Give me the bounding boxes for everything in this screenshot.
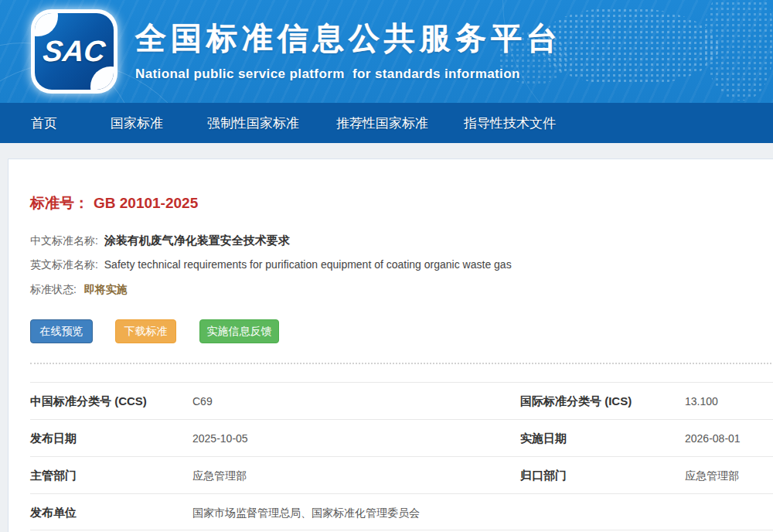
implementation-feedback-button[interactable]: 实施信息反馈	[199, 319, 279, 343]
detail-value-publish-date: 2025-10-05	[192, 420, 248, 457]
site-header: SAC 全国标准信息公共服务平台 National public service…	[0, 0, 773, 103]
standard-number-line: 标准号：GB 20101-2025	[30, 193, 198, 213]
detail-label-publish-date: 发布日期	[30, 420, 77, 457]
detail-value-competent-dept: 应急管理部	[192, 457, 247, 494]
nav-item-recommended-standards[interactable]: 推荐性国家标准	[336, 114, 428, 132]
chinese-name-value: 涂装有机废气净化装置安全技术要求	[104, 234, 290, 247]
action-buttons: 在线预览 下载标准 实施信息反馈	[30, 319, 279, 343]
status-badge: 即将实施	[84, 283, 128, 295]
detail-label-publishing-unit: 发布单位	[30, 494, 77, 531]
nav-item-mandatory-standards[interactable]: 强制性国家标准	[207, 114, 299, 132]
detail-label-competent-dept: 主管部门	[30, 457, 77, 494]
site-title-english: National public service platform for sta…	[135, 66, 562, 82]
detail-value-publishing-unit: 国家市场监督管理总局、国家标准化管理委员会	[192, 494, 420, 531]
detail-value-implement-date: 2026-08-01	[685, 420, 741, 457]
english-name-row: 英文标准名称: Safety technical requirements fo…	[30, 258, 512, 272]
detail-label-ccs: 中国标准分类号 (CCS)	[30, 383, 147, 420]
detail-label-implement-date: 实施日期	[520, 420, 567, 457]
status-label: 标准状态:	[30, 283, 77, 295]
nav-item-national-standards[interactable]: 国家标准	[111, 114, 163, 132]
chinese-name-label: 中文标准名称:	[30, 234, 98, 247]
detail-label-centralized-dept: 归口部门	[520, 457, 567, 494]
chinese-name-row: 中文标准名称: 涂装有机废气净化装置安全技术要求	[30, 234, 290, 248]
dotted-divider	[30, 363, 771, 364]
table-row: 发布日期 2025-10-05 实施日期 2026-08-01	[30, 419, 773, 456]
site-title-block: 全国标准信息公共服务平台 National public service pla…	[135, 17, 562, 82]
standard-number-label: 标准号：	[30, 195, 89, 211]
logo-notch-decoration	[35, 13, 58, 36]
standard-detail-panel: 标准号：GB 20101-2025 中文标准名称: 涂装有机废气净化装置安全技术…	[8, 159, 773, 532]
detail-value-ics: 13.100	[685, 383, 718, 420]
table-row: 主管部门 应急管理部 归口部门 应急管理部	[30, 456, 773, 493]
download-standard-button[interactable]: 下载标准	[115, 319, 176, 343]
sac-logo[interactable]: SAC	[31, 9, 117, 94]
table-row: 发布单位 国家市场监督管理总局、国家标准化管理委员会	[30, 493, 773, 530]
nav-item-home[interactable]: 首页	[31, 114, 57, 132]
logo-notch-decoration	[90, 66, 114, 90]
detail-label-ics: 国际标准分类号 (ICS)	[520, 383, 632, 420]
english-name-label: 英文标准名称:	[30, 258, 98, 271]
online-preview-button[interactable]: 在线预览	[30, 319, 93, 343]
sac-logo-background: SAC	[35, 13, 114, 90]
standard-details-table: 中国标准分类号 (CCS) C69 国际标准分类号 (ICS) 13.100 发…	[30, 382, 773, 530]
main-nav: 首页 国家标准 强制性国家标准 推荐性国家标准 指导性技术文件	[0, 103, 773, 143]
table-row: 中国标准分类号 (CCS) C69 国际标准分类号 (ICS) 13.100	[30, 382, 773, 419]
detail-value-ccs: C69	[192, 383, 213, 420]
status-row: 标准状态: 即将实施	[30, 283, 128, 297]
detail-value-centralized-dept: 应急管理部	[685, 457, 739, 494]
english-name-value: Safety technical requirements for purifi…	[104, 258, 512, 271]
nav-item-guidance-documents[interactable]: 指导性技术文件	[464, 114, 556, 132]
standard-number-value: GB 20101-2025	[94, 195, 198, 211]
site-title-chinese: 全国标准信息公共服务平台	[135, 17, 562, 60]
sac-logo-text: SAC	[35, 35, 114, 68]
